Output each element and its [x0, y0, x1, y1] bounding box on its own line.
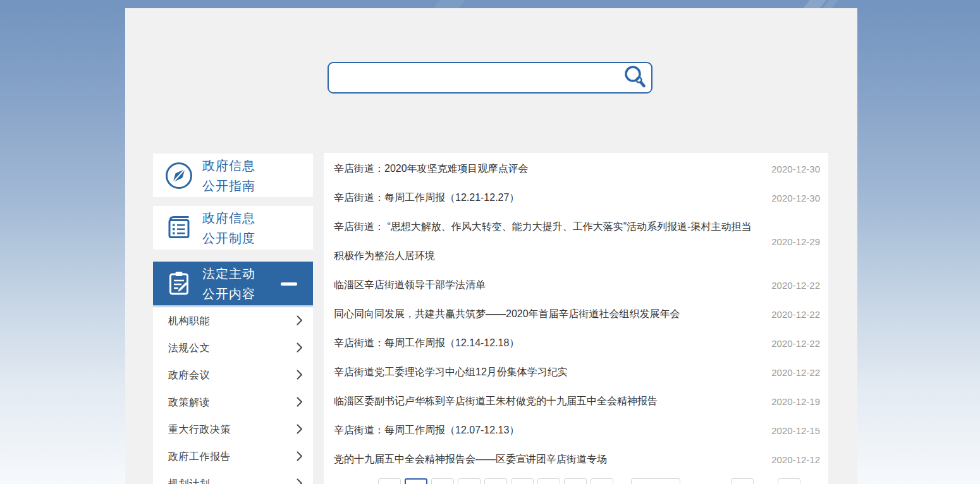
chevron-right-icon — [297, 397, 303, 409]
menu-item-label: 法规公文 — [168, 342, 210, 355]
content-panel: 政府信息 公开指南 政府信息 公开制度 — [125, 8, 857, 484]
sidebar: 政府信息 公开指南 政府信息 公开制度 — [153, 154, 313, 484]
news-title-link[interactable]: 辛店街道党工委理论学习中心组12月份集体学习纪实 — [334, 366, 568, 377]
chevron-right-icon — [297, 342, 303, 355]
pagination-go-button[interactable] — [778, 478, 800, 484]
pagination-page-button[interactable] — [484, 478, 507, 484]
notebook-icon — [164, 213, 194, 243]
news-date: 2020-12-19 — [771, 396, 820, 407]
sidebar-item-guihua-jihua[interactable]: 规划计划 — [153, 471, 313, 484]
sidebar-item-zhongda-juece[interactable]: 重大行政决策 — [153, 416, 313, 444]
news-item: 临淄区委副书记卢华栋到辛店街道王朱村做党的十九届五中全会精神报告 2020-12… — [324, 387, 828, 416]
menu-item-label: 政府工作报告 — [168, 451, 231, 464]
news-date: 2020-12-22 — [771, 367, 820, 378]
news-date: 2020-12-22 — [771, 309, 820, 320]
sidebar-item-jigou-zhineng[interactable]: 机构职能 — [153, 308, 313, 335]
chevron-right-icon — [297, 315, 303, 328]
sidebar-item-zhengce-jiedu[interactable]: 政策解读 — [153, 389, 313, 416]
pagination-current-page-button[interactable] — [405, 478, 427, 484]
news-date: 2020-12-30 — [771, 193, 820, 203]
menu-item-label: 机构职能 — [168, 315, 210, 328]
collapse-minus-icon[interactable] — [281, 282, 297, 286]
menu-item-label: 政府会议 — [168, 369, 210, 382]
sidebar-menu: 机构职能 法规公文 政府会议 政策解读 重大行政决策 政府工作报告 — [153, 308, 313, 484]
news-date: 2020-12-12 — [771, 454, 820, 465]
sidebar-card-label: 法定主动 公开内容 — [202, 263, 255, 304]
pagination-page-button[interactable] — [537, 478, 560, 484]
sidebar-card-legal-disclosure[interactable]: 法定主动 公开内容 — [153, 262, 313, 306]
sidebar-card-label: 政府信息 公开制度 — [202, 208, 255, 248]
pagination-page-button[interactable] — [431, 478, 454, 484]
sidebar-card-gov-info-guide[interactable]: 政府信息 公开指南 — [153, 154, 313, 197]
pagination-next-button[interactable] — [631, 478, 680, 484]
pagination-page-button[interactable] — [378, 478, 401, 484]
search-input[interactable] — [329, 63, 618, 92]
pagination — [378, 478, 828, 484]
search-button[interactable] — [618, 63, 651, 92]
news-item: 辛店街道：每周工作周报（12.07-12.13） 2020-12-15 — [324, 416, 828, 445]
search-bar — [328, 62, 652, 94]
news-item: 辛店街道：每周工作周报（12.14-12.18） 2020-12-22 — [324, 329, 828, 358]
sidebar-item-zhengfu-huiyi[interactable]: 政府会议 — [153, 362, 313, 389]
news-item: 辛店街道党工委理论学习中心组12月份集体学习纪实 2020-12-22 — [324, 358, 828, 387]
news-title-link[interactable]: 辛店街道：每周工作周报（12.07-12.13） — [334, 425, 519, 435]
news-list: 辛店街道：2020年攻坚克难项目观摩点评会 2020-12-30 辛店街道：每周… — [324, 153, 828, 484]
pagination-page-button[interactable] — [511, 478, 534, 484]
chevron-right-icon — [297, 451, 303, 464]
news-item: 辛店街道：每周工作周报（12.21-12.27） 2020-12-30 — [324, 183, 828, 212]
news-date: 2020-12-22 — [771, 338, 820, 349]
news-item: 辛店街道： “思想大解放、作风大转变、能力大提升、工作大落实”活动系列报道-渠村… — [324, 212, 828, 270]
sidebar-card-gov-info-system[interactable]: 政府信息 公开制度 — [153, 206, 313, 250]
search-icon — [622, 64, 647, 92]
news-title-link[interactable]: 辛店街道： “思想大解放、作风大转变、能力大提升、工作大落实”活动系列报道-渠村… — [334, 221, 751, 261]
news-title-link[interactable]: 辛店街道：2020年攻坚克难项目观摩点评会 — [334, 163, 529, 174]
chevron-right-icon — [297, 370, 303, 382]
menu-item-label: 重大行政决策 — [168, 423, 231, 437]
chevron-right-icon — [297, 478, 303, 484]
news-title-link[interactable]: 党的十九届五中全会精神报告会——区委宣讲团辛店街道专场 — [334, 454, 607, 464]
sidebar-item-gongzuo-baogao[interactable]: 政府工作报告 — [153, 444, 313, 471]
news-date: 2020-12-30 — [771, 164, 820, 174]
clipboard-pencil-icon — [164, 269, 194, 299]
news-date: 2020-12-22 — [771, 280, 820, 291]
news-title-link[interactable]: 临淄区辛店街道领导干部学法清单 — [334, 279, 486, 290]
chevron-right-icon — [297, 424, 303, 437]
news-item: 辛店街道：2020年攻坚克难项目观摩点评会 2020-12-30 — [324, 154, 828, 183]
compass-icon — [164, 160, 194, 191]
sidebar-item-fagui-gongwen[interactable]: 法规公文 — [153, 335, 313, 362]
pagination-page-button[interactable] — [591, 478, 613, 484]
news-item: 党的十九届五中全会精神报告会——区委宣讲团辛店街道专场 2020-12-12 — [324, 445, 828, 474]
news-date: 2020-12-15 — [771, 425, 820, 436]
news-title-link[interactable]: 辛店街道：每周工作周报（12.14-12.18） — [334, 337, 519, 348]
news-item: 临淄区辛店街道领导干部学法清单 2020-12-22 — [324, 270, 828, 299]
news-title-link[interactable]: 临淄区委副书记卢华栋到辛店街道王朱村做党的十九届五中全会精神报告 — [334, 396, 658, 406]
menu-item-label: 规划计划 — [168, 478, 210, 484]
news-date: 2020-12-29 — [771, 236, 820, 247]
sidebar-card-label: 政府信息 公开指南 — [202, 155, 255, 196]
pagination-page-button[interactable] — [564, 478, 587, 484]
pagination-info-box[interactable] — [731, 478, 754, 484]
news-item: 同心同向同发展，共建共赢共筑梦——2020年首届辛店街道社会组织发展年会 202… — [324, 299, 828, 329]
pagination-page-button[interactable] — [458, 478, 481, 484]
news-title-link[interactable]: 同心同向同发展，共建共赢共筑梦——2020年首届辛店街道社会组织发展年会 — [334, 308, 680, 319]
news-title-link[interactable]: 辛店街道：每周工作周报（12.21-12.27） — [334, 192, 519, 203]
menu-item-label: 政策解读 — [168, 396, 210, 409]
